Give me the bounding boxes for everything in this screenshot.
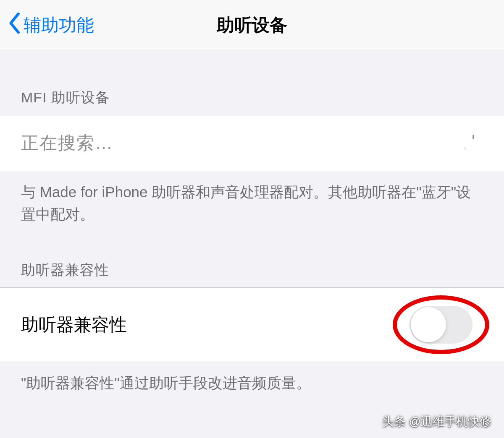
compat-cell: 助听器兼容性 bbox=[0, 287, 504, 362]
back-button[interactable]: 辅助功能 bbox=[8, 13, 94, 38]
chevron-left-icon bbox=[8, 13, 20, 38]
mfi-section-header: MFI 助听设备 bbox=[0, 88, 504, 115]
searching-label: 正在搜索… bbox=[21, 131, 113, 155]
watermark-text: 头条 @迅维手机快修 bbox=[382, 414, 491, 430]
mfi-section-footer: 与 Made for iPhone 助听器和声音处理器配对。其他助听器在"蓝牙"… bbox=[0, 171, 504, 235]
mfi-section: MFI 助听设备 正在搜索… 与 Made for iPhone 助听器和声音处… bbox=[0, 88, 504, 235]
compat-toggle[interactable] bbox=[410, 306, 472, 344]
svg-line-7 bbox=[464, 147, 466, 149]
spinner-icon bbox=[464, 133, 483, 153]
compat-section-header: 助听器兼容性 bbox=[0, 261, 504, 287]
compatibility-section: 助听器兼容性 助听器兼容性 "助听器兼容性"通过助听手段改进音频质量。 bbox=[0, 261, 504, 404]
searching-cell: 正在搜索… bbox=[0, 115, 504, 171]
compat-row-label: 助听器兼容性 bbox=[21, 313, 127, 336]
back-label: 辅助功能 bbox=[24, 13, 94, 37]
compat-section-footer: "助听器兼容性"通过助听手段改进音频质量。 bbox=[0, 362, 504, 404]
navigation-bar: 辅助功能 助听设备 bbox=[0, 0, 504, 50]
toggle-wrapper bbox=[399, 300, 483, 350]
toggle-knob bbox=[411, 307, 446, 342]
